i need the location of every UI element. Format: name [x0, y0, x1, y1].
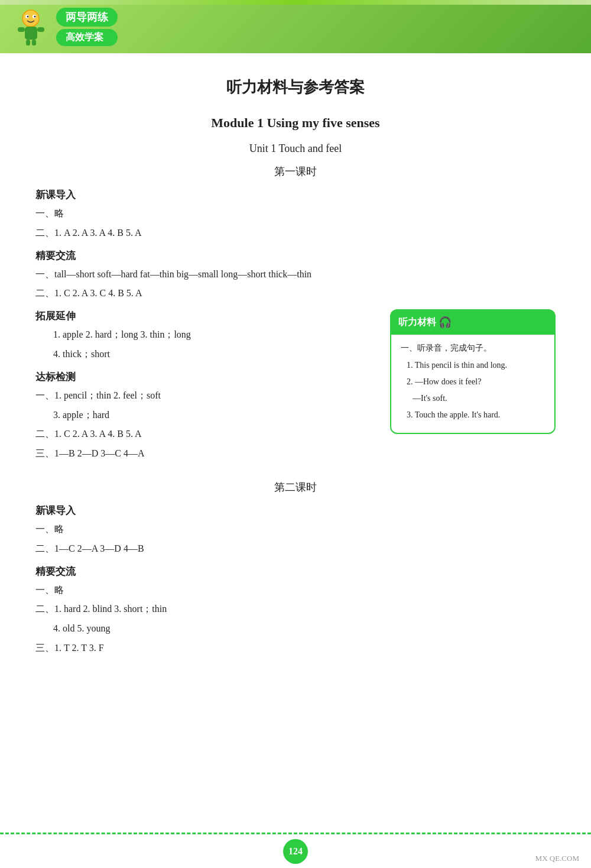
- section1-yi: 一、略: [35, 205, 556, 222]
- lesson2-section2-er: 二、1. hard 2. blind 3. short；thin: [35, 601, 556, 618]
- section2-er: 二、1. C 2. A 3. C 4. B 5. A: [35, 285, 556, 302]
- main-title: 听力材料与参考答案: [35, 77, 556, 98]
- section-xinkedaoru-heading: 新课导入: [35, 188, 556, 202]
- mascot-icon: [12, 8, 50, 46]
- listening-box: 听力材料 🎧 一、听录音，完成句子。 1. This pencil is thi…: [390, 309, 556, 433]
- lesson2-section1-er: 二、1—C 2—A 3—D 4—B: [35, 540, 556, 558]
- lesson2-section2-san: 三、1. T 2. T 3. F: [35, 640, 556, 657]
- section1-er: 二、1. A 2. A 3. A 4. B 5. A: [35, 225, 556, 242]
- lesson2-section2-heading: 精要交流: [35, 565, 556, 578]
- lesson2-title: 第二课时: [35, 480, 556, 494]
- badge-liangyinlianglu: 两导两练: [56, 8, 118, 27]
- svg-point-3: [27, 15, 29, 17]
- page-header: 两导两练 高效学案: [0, 0, 591, 53]
- header-badges: 两导两练 高效学案: [56, 8, 118, 46]
- section2-yi: 一、tall—short soft—hard fat—thin big—smal…: [35, 266, 556, 283]
- page-number: 124: [283, 839, 308, 864]
- section4-san: 三、1—B 2—D 3—C 4—A: [35, 445, 556, 462]
- header-top-bar: [0, 0, 591, 5]
- page-footer: 124 MX QE.COM: [0, 833, 591, 868]
- tuozhan-area: 拓展延伸 1. apple 2. hard；long 3. thin；long …: [35, 309, 556, 462]
- svg-point-4: [34, 15, 36, 17]
- unit-title: Unit 1 Touch and feel: [35, 142, 556, 155]
- lesson1-title: 第一课时: [35, 164, 556, 179]
- main-content: 听力材料与参考答案 Module 1 Using my five senses …: [0, 53, 591, 707]
- svg-rect-8: [26, 40, 30, 46]
- lesson2-section2-yi: 一、略: [35, 582, 556, 599]
- listening-item-3: 3. Touch the apple. It's hard.: [407, 407, 545, 422]
- svg-rect-6: [18, 27, 25, 32]
- badge-gaoxiao: 高效学案: [56, 29, 118, 46]
- listening-item-2b: —It's soft.: [413, 391, 545, 406]
- svg-rect-5: [25, 27, 37, 40]
- listening-box-title: 听力材料: [398, 314, 436, 331]
- listening-intro: 一、听录音，完成句子。: [401, 341, 545, 355]
- listening-box-header: 听力材料 🎧: [391, 310, 554, 334]
- svg-point-0: [22, 10, 39, 27]
- svg-rect-9: [32, 40, 36, 46]
- section-jingyaojiaoliu-heading: 精要交流: [35, 249, 556, 263]
- lesson2-section1-heading: 新课导入: [35, 504, 556, 517]
- module-title: Module 1 Using my five senses: [35, 115, 556, 131]
- listening-item-1: 1. This pencil is thin and long.: [407, 358, 545, 373]
- listening-item-2: 2. —How does it feel?: [407, 374, 545, 389]
- lesson2-section1-yi: 一、略: [35, 521, 556, 538]
- footer-watermark: MX QE.COM: [535, 854, 579, 863]
- listening-icon: 🎧: [439, 313, 452, 332]
- svg-rect-7: [37, 27, 44, 32]
- lesson2-section2-er2: 4. old 5. young: [53, 620, 556, 637]
